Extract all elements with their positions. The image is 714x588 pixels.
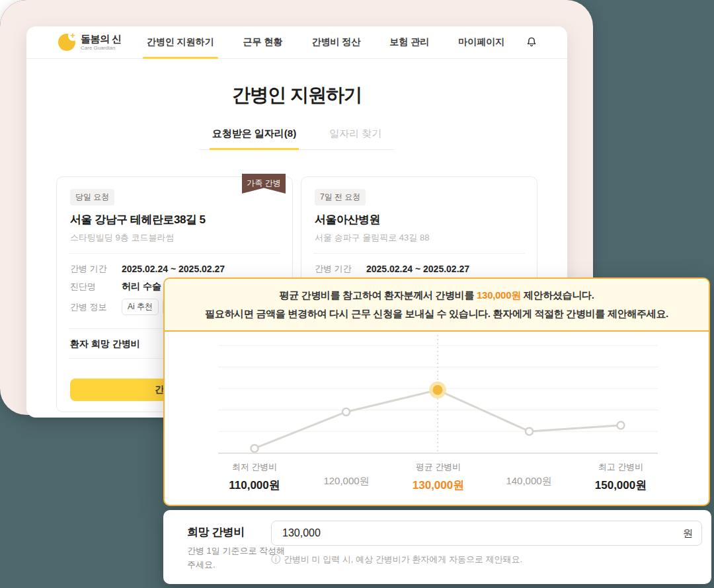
chart-col-140k: 140,000원 bbox=[476, 461, 582, 488]
col-title: 최저 간병비 bbox=[202, 461, 307, 473]
chip-ai-recommend: Ai 추천 bbox=[122, 299, 159, 315]
logo-subtitle: Care Guardian bbox=[81, 45, 122, 51]
chart-axis-labels: 최저 간병비 110,000원 120,000원 평균 간병비 130,000원… bbox=[165, 457, 709, 503]
fee-suggestion-message: 평균 간병비를 참고하여 환자분께서 간병비를 130,000원 제안하셨습니다… bbox=[165, 279, 709, 332]
col-value: 130,000원 bbox=[385, 478, 491, 493]
care-period-label: 간병 기간 bbox=[315, 263, 366, 275]
suggested-fee-highlight: 130,000원 bbox=[477, 289, 521, 301]
chart-col-average: 평균 간병비 130,000원 bbox=[385, 461, 491, 493]
fee-distribution-chart bbox=[165, 332, 709, 457]
col-title bbox=[294, 461, 399, 473]
tab-requested-jobs[interactable]: 요청받은 일자리(8) bbox=[210, 128, 299, 150]
care-period-value: 2025.02.24 ~ 2025.02.27 bbox=[366, 264, 469, 274]
care-period-label: 간병 기간 bbox=[70, 263, 122, 275]
diagnosis-label: 진단명 bbox=[70, 281, 122, 293]
col-title: 평균 간병비 bbox=[385, 461, 491, 473]
col-value: 120,000원 bbox=[294, 475, 399, 488]
col-value: 110,000원 bbox=[202, 478, 307, 493]
divider bbox=[313, 253, 525, 254]
navbar: + 돌봄의 신 Care Guardian 간병인 지원하기 근무 현황 간병비… bbox=[26, 26, 567, 59]
fee-suggestion-modal: 평균 간병비를 참고하여 환자분께서 간병비를 130,000원 제안하셨습니다… bbox=[163, 277, 710, 506]
bell-icon bbox=[525, 36, 538, 49]
diagnosis-value: 허리 수술 bbox=[122, 281, 161, 293]
job-card-address: 서울 송파구 올림픽로 43길 88 bbox=[315, 232, 524, 244]
info-circle-icon: ⓘ bbox=[271, 554, 280, 566]
chart-col-min: 최저 간병비 110,000원 bbox=[202, 461, 307, 493]
tab-find-jobs[interactable]: 일자리 찾기 bbox=[327, 128, 384, 150]
fee-hint-text: 간병비 미 입력 시, 예상 간병비가 환자에게 자동으로 제안돼요. bbox=[284, 554, 522, 566]
message-line1-suffix: 제안하셨습니다. bbox=[521, 289, 594, 301]
page-title: 간병인 지원하기 bbox=[26, 83, 567, 108]
divider bbox=[69, 253, 280, 254]
desired-fee-panel: 희망 간병비 간병 1일 기준으로 작성해 주세요. 원 ⓘ 간병비 미 입력 … bbox=[163, 510, 711, 584]
job-card-title: 서울 강남구 테헤란로38길 5 bbox=[70, 212, 279, 227]
job-card-title: 서울아산병원 bbox=[315, 212, 524, 227]
col-title: 최고 간병비 bbox=[568, 461, 674, 473]
nav-item-mypage[interactable]: 마이페이지 bbox=[458, 26, 504, 59]
chart-col-120k: 120,000원 bbox=[294, 461, 399, 488]
care-info-label: 간병 정보 bbox=[70, 301, 122, 313]
nav-item-apply[interactable]: 간병인 지원하기 bbox=[147, 26, 214, 59]
fee-hint: ⓘ 간병비 미 입력 시, 예상 간병비가 환자에게 자동으로 제안돼요. bbox=[271, 554, 522, 566]
job-card-address: 스타팅빌딩 9층 코드블라썸 bbox=[70, 232, 279, 244]
chart-col-max: 최고 간병비 150,000원 bbox=[568, 461, 674, 493]
tabs: 요청받은 일자리(8) 일자리 찾기 bbox=[199, 128, 395, 150]
desired-fee-input[interactable] bbox=[271, 521, 702, 546]
logo-icon: + bbox=[58, 34, 75, 51]
logo-title: 돌봄의 신 bbox=[81, 34, 122, 45]
nav-item-work-status[interactable]: 근무 현황 bbox=[243, 26, 283, 59]
col-value: 150,000원 bbox=[568, 478, 674, 493]
nav-menu: 간병인 지원하기 근무 현황 간병비 정산 보험 관리 마이페이지 bbox=[147, 26, 505, 59]
notification-bell-button[interactable] bbox=[525, 36, 538, 49]
nav-item-insurance[interactable]: 보험 관리 bbox=[389, 26, 429, 59]
message-line1-prefix: 평균 간병비를 참고하여 환자분께서 간병비를 bbox=[279, 289, 477, 301]
col-title bbox=[476, 461, 582, 473]
fee-chart-svg bbox=[165, 332, 709, 457]
request-time-badge: 7일 전 요청 bbox=[315, 189, 366, 205]
desired-fee-label: 희망 간병비 bbox=[187, 525, 245, 540]
nav-item-fee-settlement[interactable]: 간병비 정산 bbox=[311, 26, 360, 59]
app-logo[interactable]: + 돌봄의 신 Care Guardian bbox=[58, 34, 122, 51]
col-value: 140,000원 bbox=[476, 475, 582, 488]
fee-input-wrap: 원 bbox=[271, 521, 702, 546]
care-period-value: 2025.02.24 ~ 2025.02.27 bbox=[122, 264, 225, 274]
message-line2: 필요하시면 금액을 변경하여 다시 근무 신청을 보내실 수 있습니다. 환자에… bbox=[165, 305, 709, 323]
currency-unit-label: 원 bbox=[683, 527, 693, 540]
family-care-ribbon: 가족 간병 bbox=[242, 174, 286, 194]
request-time-badge: 당일 요청 bbox=[70, 189, 114, 205]
